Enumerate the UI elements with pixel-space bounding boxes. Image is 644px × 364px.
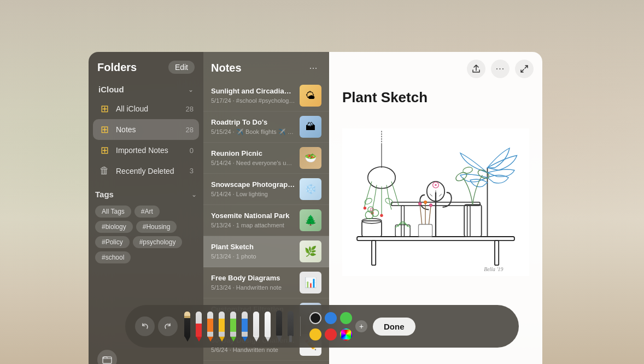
brush-tool[interactable]	[288, 311, 294, 342]
add-color-button[interactable]: +	[355, 320, 367, 332]
folder-icon: ⊞	[98, 144, 110, 156]
list-item[interactable]: Plant Sketch 5/13/24 · 1 photo 🌿	[203, 236, 329, 267]
note-title: Roadtrip To Do's	[211, 118, 295, 127]
folder-count: 28	[186, 105, 194, 113]
note-thumbnail: 🌲	[300, 209, 321, 231]
drawing-toolbar: + Done	[125, 305, 519, 348]
tag-policy[interactable]: #Policy	[95, 236, 130, 248]
note-title: Snowscape Photography	[211, 180, 295, 190]
undo-redo-group	[135, 316, 178, 336]
list-item[interactable]: Reunion Picnic 5/14/24 · Need everyone's…	[203, 143, 329, 174]
note-meta: 5/14/24 · Need everyone's update...	[211, 159, 295, 167]
list-item[interactable]: Sunlight and Circadian Rhyt... 5/17/24 ·…	[203, 80, 329, 111]
notes-more-button[interactable]: ···	[305, 60, 321, 76]
color-red[interactable]	[325, 328, 337, 340]
folder-count: 3	[190, 167, 194, 175]
chevron-down-icon: ⌄	[191, 191, 197, 198]
note-thumbnail: 🌿	[300, 240, 321, 262]
note-thumbnail: 🌤	[300, 85, 321, 107]
note-text: Roadtrip To Do's 5/15/24 · ✈️ Book fligh…	[211, 118, 295, 136]
pen-tool-yellow[interactable]	[219, 312, 225, 342]
color-green[interactable]	[340, 312, 352, 324]
note-meta: 5/14/24 · Low lighting	[211, 190, 295, 198]
new-folder-button[interactable]	[97, 350, 117, 364]
folder-name: Recently Deleted	[116, 167, 184, 175]
folder-icon: ⊞	[98, 124, 110, 136]
folders-title: Folders	[97, 61, 137, 74]
svg-point-20	[435, 184, 437, 186]
note-title: Reunion Picnic	[211, 149, 295, 158]
share-button[interactable]	[467, 60, 485, 78]
note-meta: 5/13/24 · 1 map attachment	[211, 221, 295, 229]
ellipsis-icon: ···	[496, 64, 505, 74]
folder-item-all-icloud[interactable]: ⊞ All iCloud 28	[93, 98, 199, 119]
bottom-toolbar	[89, 341, 126, 364]
note-text: Plant Sketch 5/13/24 · 1 photo	[211, 243, 295, 260]
detail-header: ···	[329, 52, 542, 83]
fountain-pen-tool[interactable]	[276, 310, 282, 342]
undo-button[interactable]	[135, 316, 155, 336]
folder-name: All iCloud	[116, 104, 180, 113]
folder-item-recently-deleted[interactable]: 🗑 Recently Deleted 3	[93, 161, 199, 181]
redo-icon	[164, 322, 172, 330]
note-thumbnail: ❄️	[300, 178, 321, 200]
pen-tool-white2[interactable]	[265, 312, 271, 342]
share-icon	[472, 64, 481, 73]
note-text: Snowscape Photography 5/14/24 · Low ligh…	[211, 180, 295, 198]
chevron-down-icon: ⌄	[188, 86, 194, 93]
folder-count: 28	[186, 126, 194, 134]
color-rainbow[interactable]	[340, 328, 352, 340]
note-text: Sunlight and Circadian Rhyt... 5/17/24 ·…	[211, 87, 295, 104]
note-text: Free Body Diagrams 5/13/24 · Handwritten…	[211, 274, 295, 291]
note-meta: 5/13/24 · 1 photo	[211, 253, 295, 260]
svg-point-36	[419, 202, 421, 205]
note-title: Free Body Diagrams	[211, 274, 295, 283]
list-item[interactable]: Snowscape Photography 5/14/24 · Low ligh…	[203, 174, 329, 205]
pen-tool-red[interactable]	[196, 312, 202, 342]
list-item[interactable]: Yosemite National Park 5/13/24 · 1 map a…	[203, 205, 329, 236]
folder-count: 0	[190, 146, 194, 155]
redo-button[interactable]	[158, 316, 178, 336]
note-title: Plant Sketch	[211, 243, 295, 252]
more-options-button[interactable]: ···	[491, 60, 510, 78]
done-button[interactable]: Done	[373, 318, 415, 336]
tags-grid: All Tags #Art #biology #Housing #Policy …	[94, 203, 198, 266]
folder-item-notes[interactable]: ⊞ Notes 28	[93, 119, 199, 140]
folder-name: Notes	[116, 125, 180, 134]
tag-biology[interactable]: #biology	[95, 221, 133, 233]
note-thumbnail: 🥗	[300, 147, 321, 169]
color-blue[interactable]	[325, 312, 337, 324]
color-section	[309, 312, 352, 340]
list-item[interactable]: Roadtrip To Do's 5/15/24 · ✈️ Book fligh…	[203, 111, 329, 143]
notes-count: 28 Notes	[203, 361, 329, 364]
expand-icon	[520, 64, 529, 73]
svg-text:Bella '19: Bella '19	[484, 266, 503, 272]
pen-tool-white1[interactable]	[253, 312, 259, 342]
expand-button[interactable]	[515, 60, 534, 78]
note-title: Sunlight and Circadian Rhyt...	[211, 87, 295, 96]
tag-art[interactable]: #Art	[134, 206, 160, 218]
edit-button[interactable]: Edit	[168, 61, 195, 74]
tag-school[interactable]: #school	[95, 251, 131, 263]
pen-tool-orange[interactable]	[207, 312, 213, 342]
color-yellow[interactable]	[309, 328, 321, 340]
note-meta: 5/15/24 · ✈️ Book flights ✈️ check...	[211, 128, 295, 136]
tag-psychology[interactable]: #psychology	[133, 236, 183, 248]
color-black[interactable]	[309, 312, 321, 324]
icloud-header[interactable]: iCloud ⌄	[93, 80, 199, 98]
note-text: Reunion Picnic 5/14/24 · Need everyone's…	[211, 149, 295, 167]
tags-header[interactable]: Tags ⌄	[94, 187, 198, 203]
icloud-label: iCloud	[98, 85, 124, 94]
list-item[interactable]: Free Body Diagrams 5/13/24 · Handwritten…	[203, 267, 329, 298]
color-row-bottom	[309, 328, 352, 340]
toolbar-divider	[300, 316, 301, 336]
pencil-tool[interactable]	[184, 312, 190, 342]
tag-housing[interactable]: #Housing	[136, 221, 177, 233]
pen-tool-lime[interactable]	[230, 312, 236, 342]
tags-label: Tags	[95, 190, 114, 199]
svg-point-11	[380, 214, 383, 217]
note-thumbnail: 🏔	[300, 116, 321, 138]
pen-tool-blue[interactable]	[242, 312, 248, 342]
tag-all-tags[interactable]: All Tags	[95, 206, 131, 218]
folder-item-imported[interactable]: ⊞ Imported Notes 0	[93, 140, 199, 161]
